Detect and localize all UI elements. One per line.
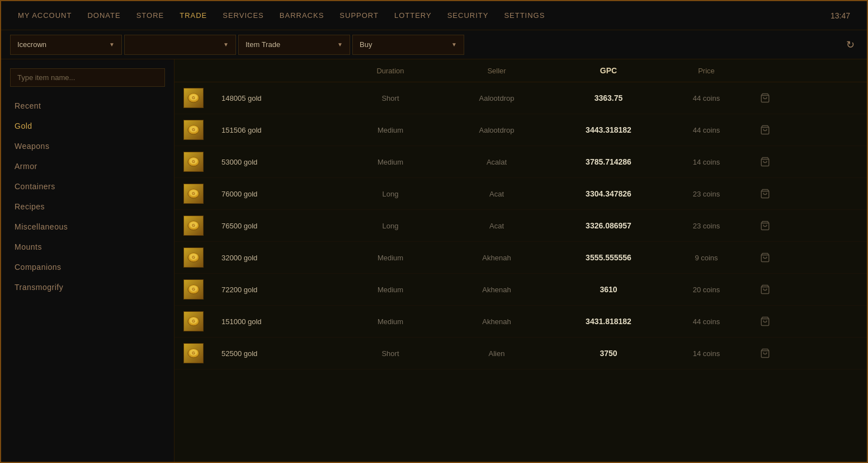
- nav-barracks[interactable]: BARRACKS: [280, 11, 324, 20]
- item-price: 23 coins: [664, 190, 748, 198]
- type-chevron-icon: ▼: [337, 41, 343, 48]
- item-name: 76500 gold: [217, 222, 340, 230]
- sidebar-item-weapons[interactable]: Weapons: [1, 136, 174, 156]
- sidebar-item-gold[interactable]: Gold: [1, 116, 174, 136]
- table-row: G 151000 goldMediumAkhenah3431.81818244 …: [174, 306, 867, 338]
- nav-security[interactable]: SECURITY: [447, 11, 489, 20]
- type-value: Item Trade: [246, 40, 280, 49]
- sidebar-item-companions[interactable]: Companions: [1, 257, 174, 277]
- cart-icon[interactable]: [760, 221, 770, 231]
- realm-value: Icecrown: [17, 40, 46, 49]
- svg-text:G: G: [192, 319, 195, 323]
- item-buy-button[interactable]: [748, 125, 782, 135]
- item-buy-button[interactable]: [748, 316, 782, 326]
- item-price: 20 coins: [664, 286, 748, 294]
- faction-select[interactable]: ▼: [124, 35, 236, 55]
- table-area: Duration Seller GPC Price G 148005 goldS…: [174, 59, 867, 462]
- cart-icon[interactable]: [760, 125, 770, 135]
- nav-my-account[interactable]: MY ACCOUNT: [18, 11, 72, 20]
- sidebar-item-containers[interactable]: Containers: [1, 176, 174, 197]
- sidebar-item-transmogrify[interactable]: Transmogrify: [1, 277, 174, 297]
- item-gpc: 3443.318182: [553, 125, 664, 134]
- sidebar-item-mounts[interactable]: Mounts: [1, 237, 174, 257]
- filter-bar: Icecrown ▼ ▼ Item Trade ▼ Buy ▼ ↻: [1, 30, 867, 59]
- item-seller: Aalootdrop: [441, 126, 553, 134]
- nav-lottery[interactable]: LOTTERY: [394, 11, 432, 20]
- item-gpc: 3555.555556: [553, 253, 664, 262]
- item-gpc: 3363.75: [553, 93, 664, 102]
- item-name: 76000 gold: [217, 190, 340, 198]
- cart-icon[interactable]: [760, 252, 770, 263]
- item-icon: G: [183, 311, 217, 331]
- item-gpc: 3750: [553, 349, 664, 358]
- item-buy-button[interactable]: [748, 221, 782, 231]
- th-price: Price: [664, 67, 748, 75]
- item-gpc: 3326.086957: [553, 221, 664, 230]
- item-icon: G: [183, 120, 217, 140]
- nav-settings[interactable]: SETTINGS: [504, 11, 545, 20]
- item-price: 14 coins: [664, 158, 748, 166]
- cart-icon[interactable]: [760, 157, 770, 167]
- sidebar-item-miscellaneous[interactable]: Miscellaneous: [1, 217, 174, 237]
- nav-donate[interactable]: DONATE: [87, 11, 120, 20]
- item-icon: G: [183, 216, 217, 236]
- item-buy-button[interactable]: [748, 252, 782, 263]
- faction-chevron-icon: ▼: [223, 41, 229, 48]
- item-gpc: 3304.347826: [553, 189, 664, 198]
- svg-text:G: G: [192, 223, 195, 227]
- item-seller: Akhenah: [441, 317, 553, 326]
- item-name: 151000 gold: [217, 317, 340, 326]
- item-duration: Long: [340, 222, 441, 230]
- top-navigation: MY ACCOUNT DONATE STORE TRADE SERVICES B…: [1, 1, 867, 30]
- action-select[interactable]: Buy ▼: [352, 35, 464, 55]
- th-gpc: GPC: [553, 66, 664, 75]
- table-row: G 52500 goldShortAlien375014 coins: [174, 338, 867, 370]
- sidebar-item-recipes[interactable]: Recipes: [1, 197, 174, 217]
- svg-text:G: G: [192, 255, 195, 259]
- table-row: G 148005 goldShortAalootdrop3363.7544 co…: [174, 82, 867, 114]
- th-duration: Duration: [340, 67, 441, 75]
- item-gpc: 3610: [553, 285, 664, 294]
- item-buy-button[interactable]: [748, 189, 782, 199]
- item-seller: Akhenah: [441, 254, 553, 262]
- nav-services[interactable]: SERVICES: [223, 11, 264, 20]
- item-gpc: 3785.714286: [553, 157, 664, 166]
- sidebar-item-recent[interactable]: Recent: [1, 96, 174, 116]
- item-buy-button[interactable]: [748, 284, 782, 294]
- table-row: G 151506 goldMediumAalootdrop3443.318182…: [174, 114, 867, 146]
- nav-links: MY ACCOUNT DONATE STORE TRADE SERVICES B…: [18, 11, 545, 20]
- table-row: G 72200 goldMediumAkhenah361020 coins: [174, 274, 867, 306]
- item-duration: Medium: [340, 286, 441, 294]
- nav-trade[interactable]: TRADE: [180, 11, 207, 20]
- item-price: 23 coins: [664, 222, 748, 230]
- th-seller: Seller: [441, 67, 553, 75]
- nav-store[interactable]: STORE: [136, 11, 164, 20]
- item-buy-button[interactable]: [748, 93, 782, 103]
- type-select[interactable]: Item Trade ▼: [238, 35, 350, 55]
- sidebar-item-armor[interactable]: Armor: [1, 156, 174, 176]
- realm-chevron-icon: ▼: [109, 41, 115, 48]
- nav-support[interactable]: SUPPORT: [339, 11, 379, 20]
- table-header: Duration Seller GPC Price: [174, 59, 867, 82]
- svg-text:G: G: [192, 351, 195, 355]
- search-input[interactable]: [10, 68, 165, 87]
- table-row: G 76500 goldLongAcat3326.08695723 coins: [174, 210, 867, 242]
- item-buy-button[interactable]: [748, 348, 782, 358]
- item-duration: Medium: [340, 158, 441, 166]
- item-price: 44 coins: [664, 126, 748, 134]
- cart-icon[interactable]: [760, 93, 770, 103]
- item-duration: Short: [340, 349, 441, 358]
- cart-icon[interactable]: [760, 316, 770, 326]
- item-price: 44 coins: [664, 317, 748, 326]
- cart-icon[interactable]: [760, 284, 770, 294]
- cart-icon[interactable]: [760, 189, 770, 199]
- item-seller: Akhenah: [441, 286, 553, 294]
- cart-icon[interactable]: [760, 348, 770, 358]
- item-buy-button[interactable]: [748, 157, 782, 167]
- table-body: G 148005 goldShortAalootdrop3363.7544 co…: [174, 82, 867, 462]
- item-seller: Alien: [441, 349, 553, 358]
- refresh-button[interactable]: ↻: [843, 35, 858, 54]
- item-gpc: 3431.818182: [553, 317, 664, 326]
- table-row: G 53000 goldMediumAcalat3785.71428614 co…: [174, 146, 867, 178]
- realm-select[interactable]: Icecrown ▼: [10, 35, 122, 55]
